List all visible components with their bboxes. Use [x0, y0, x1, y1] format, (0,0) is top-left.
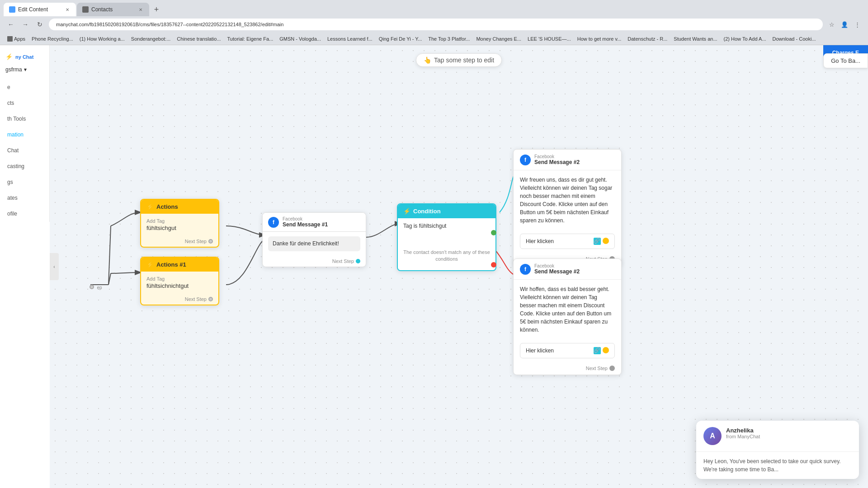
condition-body: Tag is fühltsichgut The contact doesn't … — [398, 218, 495, 270]
fb-button-label-bottom: Hier klicken — [526, 347, 554, 354]
fb-footer-1: Next Step — [263, 256, 366, 267]
actions-body-2: Add Tag fühltsichnichtgut — [141, 272, 218, 294]
bookmark-16[interactable]: Download - Cooki... — [771, 35, 818, 42]
sidebar-company[interactable]: gsfrma ▾ — [0, 64, 49, 75]
fb-message-node-2-top[interactable]: f Facebook Send Message #2 Wir freuen un… — [513, 149, 622, 266]
tab-contacts[interactable]: Contacts ✕ — [77, 3, 149, 16]
sidebar-item-chat[interactable]: Chat — [2, 143, 47, 158]
actions-node-2[interactable]: ⚡ Actions #1 Add Tag fühltsichnichtgut N… — [140, 257, 219, 305]
bookmark-10[interactable]: Money Changes E... — [474, 35, 523, 42]
fb-next-step-label-bottom: Next Step — [586, 366, 608, 371]
app-container: ⚡ ny Chat gsfrma ▾ e cts th Tools mation… — [0, 45, 868, 488]
fb-bubble-1: Danke für deine Ehrlichkeit! — [268, 236, 360, 251]
tab-close-1[interactable]: ✕ — [64, 6, 71, 13]
fb-next-step-dot-1 — [356, 259, 360, 263]
sidebar-item-2[interactable]: cts — [2, 95, 47, 111]
url-bar[interactable]: manychat.com/fb198150208192061B/cms/file… — [49, 19, 823, 30]
url-text: manychat.com/fb198150208192061B/cms/file… — [56, 22, 283, 27]
reload-button[interactable]: ↻ — [34, 19, 45, 30]
canvas-area[interactable]: 👆 Tap some step to edit Go To Ba... Char… — [50, 45, 868, 488]
fb-message-node-2-bottom[interactable]: f Facebook Send Message #2 Wir hoffen, d… — [513, 258, 622, 375]
actions-body-1: Add Tag fühltsichgut — [141, 214, 218, 236]
brand-icon: ⚡ — [5, 53, 13, 60]
tab-edit-content[interactable]: Edit Content ✕ — [4, 3, 76, 16]
fb-large-title-group-top: Facebook Send Message #2 — [534, 154, 580, 165]
flow-canvas[interactable]: 👆 Tap some step to edit Go To Ba... Char… — [50, 45, 868, 488]
next-step-dot-2 — [208, 297, 213, 301]
chat-sender-info: Anzhelika from ManyChat — [726, 427, 760, 439]
fb-large-button-top[interactable]: Hier klicken 🔗 — [520, 234, 615, 249]
bookmark-8[interactable]: Qing Fei De Yi - Y... — [377, 35, 424, 42]
sidebar-item-7[interactable]: ates — [2, 190, 47, 206]
actions-title-2: Actions #1 — [156, 261, 186, 268]
bookmark-star-icon[interactable]: ☆ — [826, 19, 837, 30]
sidebar-item-3[interactable]: th Tools — [2, 111, 47, 127]
chat-widget-header: A Anzhelika from ManyChat — [696, 421, 859, 452]
settings-icon[interactable]: ⋮ — [852, 19, 863, 30]
tab-close-2[interactable]: ✕ — [137, 6, 144, 13]
bookmark-2[interactable]: (1) How Working a... — [78, 35, 127, 42]
fb-title-bottom: Send Message #2 — [534, 268, 580, 275]
condition-title: Condition — [413, 208, 441, 215]
address-bar: ← → ↻ manychat.com/fb198150208192061B/cm… — [0, 16, 868, 33]
hint-text: Tap some step to edit — [434, 56, 494, 64]
go-to-base-button[interactable]: Go To Ba... — [823, 53, 868, 68]
chat-sender-company: from ManyChat — [726, 434, 760, 439]
sidebar-container: ⚡ ny Chat gsfrma ▾ e cts th Tools mation… — [0, 45, 50, 488]
actions-header-1: ⚡ Actions — [141, 200, 218, 214]
bookmark-15[interactable]: (2) How To Add A... — [722, 35, 768, 42]
sidebar-item-1[interactable]: e — [2, 80, 47, 95]
fb-header-1: f Facebook Send Message #1 — [263, 213, 366, 232]
bookmark-11[interactable]: LEE 'S HOUSE—... — [526, 35, 573, 42]
profile-icon[interactable]: 👤 — [839, 19, 850, 30]
bookmark-14[interactable]: Student Wants an... — [672, 35, 719, 42]
actions-icon-1: ⚡ — [146, 203, 154, 210]
fb-icon-top: f — [520, 155, 531, 165]
bookmark-9[interactable]: The Top 3 Platfor... — [426, 35, 472, 42]
bookmark-12[interactable]: How to get more v... — [576, 35, 623, 42]
bookmark-3[interactable]: Sonderangebot:... — [129, 35, 172, 42]
fb-body-1: Danke für deine Ehrlichkeit! — [263, 232, 366, 256]
back-button[interactable]: ← — [5, 19, 16, 30]
actions-value-1: fühltsichgut — [146, 225, 213, 231]
condition-node[interactable]: ⚡ Condition Tag is fühltsichgut The cont… — [397, 203, 496, 271]
fb-large-header-bottom: f Facebook Send Message #2 — [514, 259, 621, 280]
condition-header: ⚡ Condition — [398, 204, 495, 218]
sidebar-item-broadcasting[interactable]: casting — [2, 159, 47, 174]
hint-bar: 👆 Tap some step to edit — [416, 53, 502, 67]
color-swatch-top — [603, 238, 609, 244]
bookmark-13[interactable]: Datenschutz - R... — [626, 35, 669, 42]
bookmark-apps[interactable]: Apps — [5, 35, 27, 42]
fb-message-node-1[interactable]: f Facebook Send Message #1 Danke für dei… — [262, 212, 366, 267]
fb-large-footer-bottom: Next Step — [514, 362, 621, 375]
next-step-label-1: Next Step — [185, 239, 207, 244]
sidebar-item-automation[interactable]: mation — [2, 127, 47, 142]
fb-icon-1: f — [268, 217, 279, 228]
condition-no-match-dot — [491, 261, 496, 269]
chat-widget[interactable]: A Anzhelika from ManyChat Hey Leon, You'… — [696, 421, 859, 479]
fb-large-button-bottom[interactable]: Hier klicken 🔗 — [520, 343, 615, 358]
tab-title-1: Edit Content — [18, 6, 61, 13]
new-tab-button[interactable]: + — [150, 3, 163, 16]
brand-text: ny Chat — [15, 54, 33, 60]
actions-node-1[interactable]: ⚡ Actions Add Tag fühltsichgut Next Step — [140, 199, 219, 248]
fb-title-1: Send Message #1 — [283, 221, 328, 228]
bookmark-5[interactable]: Tutorial: Eigene Fa... — [226, 35, 275, 42]
bookmark-6[interactable]: GMSN - Vologda... — [278, 35, 323, 42]
chat-avatar: A — [703, 427, 722, 445]
fb-next-step-dot-bottom — [609, 366, 615, 371]
fb-button-icons-bottom: 🔗 — [594, 347, 609, 354]
sidebar-item-6[interactable]: gs — [2, 174, 47, 190]
condition-match-dot — [491, 229, 496, 237]
bookmark-1[interactable]: Phone Recycling... — [30, 35, 75, 42]
sidebar-item-8[interactable]: ofile — [2, 206, 47, 221]
sidebar-brand: ⚡ ny Chat — [0, 50, 49, 64]
tab-favicon-2 — [82, 6, 89, 13]
forward-button[interactable]: → — [20, 19, 31, 30]
bookmark-4[interactable]: Chinese translatio... — [175, 35, 222, 42]
sidebar-toggle[interactable]: ‹ — [50, 253, 59, 280]
fb-icon-bottom: f — [520, 264, 531, 275]
next-step-dot-1 — [208, 239, 213, 244]
apps-icon — [7, 36, 13, 42]
bookmark-7[interactable]: Lessons Learned f... — [326, 35, 374, 42]
